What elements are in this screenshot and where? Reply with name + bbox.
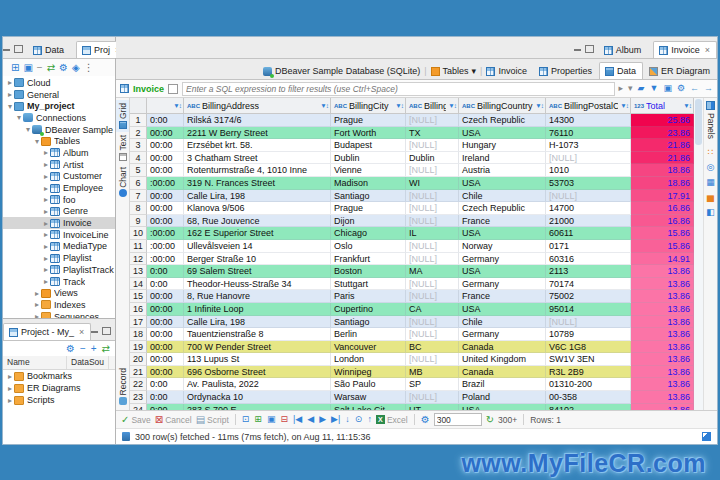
expand-icon[interactable]: + <box>91 344 97 354</box>
grouping-icon[interactable]: ◧ <box>706 208 715 217</box>
cell-billingaddress[interactable]: Rilská 3174/6 <box>184 114 331 127</box>
cell-billingstate[interactable]: Dublin <box>406 152 459 165</box>
filters-icon[interactable]: ◈ <box>72 63 80 73</box>
script-button[interactable]: ▤ Script <box>196 415 229 425</box>
cell-billingaddress[interactable]: 3 Chatham Street <box>184 152 331 165</box>
row-number[interactable]: 18 <box>130 328 147 341</box>
cell-billingcountry[interactable]: USA <box>459 265 546 278</box>
cell-billingcountry[interactable]: Chile <box>459 316 546 329</box>
cell-billingstate[interactable]: [NULL] <box>406 353 459 366</box>
editor-tab[interactable]: Album <box>598 41 654 58</box>
expander-icon[interactable]: ▾ <box>24 125 32 134</box>
expander-icon[interactable]: ▸ <box>33 289 41 298</box>
cell-billingstate[interactable]: MB <box>406 366 459 379</box>
tree-item[interactable]: ▸ Cloud <box>3 77 115 89</box>
tree-item[interactable]: ▸ ER Diagrams <box>3 382 115 394</box>
row-number[interactable]: 22 <box>130 378 147 391</box>
tree-item[interactable]: ▸ Bookmarks <box>3 370 115 382</box>
cell-billingcity[interactable]: Warsaw <box>331 391 406 404</box>
cell-invoicedate[interactable]: 0:00 <box>147 391 184 404</box>
collapse-all-icon[interactable]: − <box>37 63 43 73</box>
save-button[interactable]: ✓ Save <box>121 415 151 425</box>
tree-item[interactable]: ▸ Scripts <box>3 394 115 406</box>
expander-icon[interactable]: ▸ <box>6 396 14 405</box>
table-row[interactable]: 23 0:00 Ordynacka 10 Warsaw [NULL] Polan… <box>130 391 694 404</box>
sort-icon[interactable]: ↕ <box>454 102 456 109</box>
cell-billingcity[interactable]: Paris <box>331 290 406 303</box>
column-header[interactable]: ABC BillingAddress ▼↕ <box>184 98 331 113</box>
table-row[interactable]: 4 00:00 3 Chatham Street Dublin Dublin I… <box>130 152 694 165</box>
grid-corner[interactable] <box>130 98 147 113</box>
cell-invoicedate[interactable]: 0:00 <box>147 278 184 291</box>
cell-billingstate[interactable]: [NULL] <box>406 253 459 266</box>
table-row[interactable]: 10 :00:00 162 E Superior Street Chicago … <box>130 227 694 240</box>
project-tab[interactable]: Project - My_ × <box>3 323 91 340</box>
row-number[interactable]: 9 <box>130 215 147 228</box>
cell-billingcity[interactable]: Oslo <box>331 240 406 253</box>
cell-billingcountry[interactable]: Hungary <box>459 139 546 152</box>
cell-invoicedate[interactable]: 0:00 <box>147 378 184 391</box>
cell-billingstate[interactable]: [NULL] <box>406 215 459 228</box>
row-number[interactable]: 16 <box>130 303 147 316</box>
execute-icon[interactable]: ▸ <box>619 84 624 93</box>
tree-item[interactable]: ▸ Indexes <box>3 299 115 311</box>
cell-billingcountry[interactable]: Brazil <box>459 378 546 391</box>
cell-billingstate[interactable]: [NULL] <box>406 202 459 215</box>
cell-billingstate[interactable]: [NULL] <box>406 328 459 341</box>
expander-icon[interactable]: ▸ <box>42 277 50 286</box>
table-row[interactable]: 22 0:00 Av. Paulista, 2022 São Paulo SP … <box>130 378 694 391</box>
cell-billingcity[interactable]: Prague <box>331 202 406 215</box>
cell-billingstate[interactable]: TX <box>406 127 459 140</box>
minimize-icon[interactable] <box>574 49 581 53</box>
cell-total[interactable]: 13.86 <box>631 328 694 341</box>
presentation-tab[interactable]: Grid <box>116 100 129 132</box>
filter-sort-icons[interactable]: ▼↕ <box>320 102 328 109</box>
scrollbar-thumb[interactable] <box>695 99 702 145</box>
cell-billingcity[interactable]: Stuttgart <box>331 278 406 291</box>
cell-billingpostalcode[interactable]: 53703 <box>546 177 631 190</box>
table-row[interactable]: 21 00:00 696 Osborne Street Winnipeg MB … <box>130 366 694 379</box>
cell-total[interactable]: 16.86 <box>631 202 694 215</box>
cell-billingcity[interactable]: Prague <box>331 114 406 127</box>
cell-billingaddress[interactable]: Ordynacka 10 <box>184 391 331 404</box>
metadata-icon[interactable]: ◎ <box>707 163 715 172</box>
breadcrumb-tables[interactable]: Tables ▾ <box>431 66 477 76</box>
row-number[interactable]: 20 <box>130 353 147 366</box>
cell-billingpostalcode[interactable]: 60611 <box>546 227 631 240</box>
cell-billingcountry[interactable]: Czech Republic <box>459 202 546 215</box>
tree-item[interactable]: ▸ Album <box>3 147 115 159</box>
back-icon[interactable]: ← <box>690 84 699 93</box>
cell-billingcity[interactable]: London <box>331 353 406 366</box>
expander-icon[interactable]: ▸ <box>33 300 41 309</box>
cell-billingstate[interactable]: [NULL] <box>406 114 459 127</box>
cell-total[interactable]: 15.86 <box>631 227 694 240</box>
cell-total[interactable]: 23.86 <box>631 127 694 140</box>
expand-filter-icon[interactable] <box>168 84 178 94</box>
cell-total[interactable]: 13.86 <box>631 353 694 366</box>
table-row[interactable]: 19 00:00 700 W Pender Street Vancouver B… <box>130 341 694 354</box>
tree-item[interactable]: ▸ InvoiceLine <box>3 229 115 241</box>
record-mode-tab[interactable]: Record <box>116 365 129 408</box>
cell-invoicedate[interactable]: 00:00 <box>147 316 184 329</box>
expander-icon[interactable]: ▸ <box>42 172 50 181</box>
entity-label[interactable]: Invoice <box>133 84 164 94</box>
filter-sort-icons[interactable]: ▼↕ <box>173 102 181 109</box>
column-header-name[interactable]: Name <box>3 356 67 369</box>
cell-invoicedate[interactable]: 00:00 <box>147 127 184 140</box>
cell-invoicedate[interactable]: :00:00 <box>147 227 184 240</box>
cell-total[interactable]: 13.86 <box>631 278 694 291</box>
editor-subtab[interactable]: Data <box>599 62 643 79</box>
cell-total[interactable]: 18.86 <box>631 164 694 177</box>
cancel-button[interactable]: ⊠ Cancel <box>155 415 192 425</box>
expander-icon[interactable]: ▸ <box>42 265 50 274</box>
cell-billingstate[interactable]: BC <box>406 341 459 354</box>
cell-invoicedate[interactable]: 00:00 <box>147 290 184 303</box>
options-gear-icon[interactable]: ⚙ <box>677 84 685 93</box>
cell-billingcountry[interactable]: USA <box>459 127 546 140</box>
cell-total[interactable]: 13.86 <box>631 378 694 391</box>
sort-icon[interactable]: ↕ <box>541 102 543 109</box>
filter-sort-icons[interactable]: ▼↕ <box>683 102 691 109</box>
cell-billingcountry[interactable]: Canada <box>459 341 546 354</box>
cell-billingpostalcode[interactable]: 1010 <box>546 164 631 177</box>
cell-billingstate[interactable]: [NULL] <box>406 164 459 177</box>
